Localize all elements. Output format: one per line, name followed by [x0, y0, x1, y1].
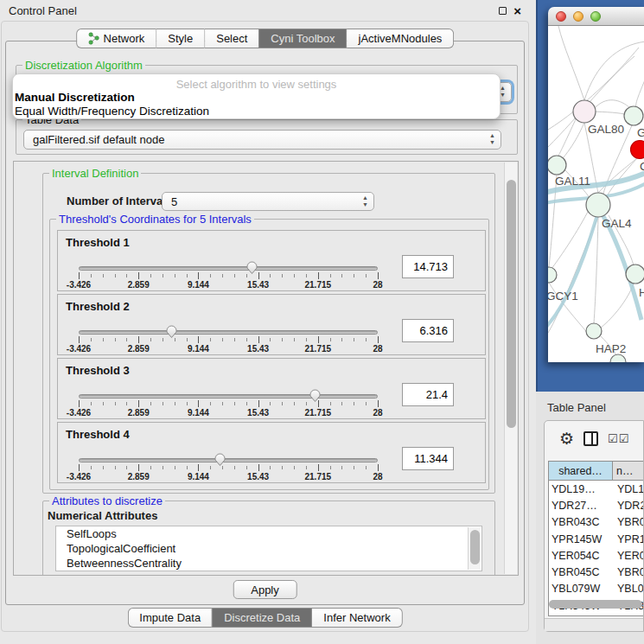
algorithm-option-equal-width[interactable]: Equal Width/Frequency Discretization	[15, 105, 209, 118]
interval-definition-group: Interval Definition Number of Intervals …	[42, 173, 495, 494]
threshold-value[interactable]: 21.4	[402, 383, 454, 406]
table-cell: YBR045C	[549, 566, 613, 578]
tick-mark	[378, 400, 379, 407]
attribute-item[interactable]: TopologicalCoefficient	[56, 541, 481, 556]
slider-track[interactable]	[79, 458, 378, 462]
node-label: C	[640, 160, 644, 173]
stepper-arrows-icon: ▲▼	[500, 85, 506, 99]
tick-mark	[138, 400, 139, 407]
node-ga	[624, 106, 643, 125]
node-gal4	[586, 193, 610, 217]
tab-discretize-data[interactable]: Discretize Data	[212, 608, 312, 628]
gear-icon[interactable]: ⚙	[559, 430, 574, 447]
slider-ticks	[79, 465, 378, 470]
checkbox-icons[interactable]: ☑☑	[608, 433, 629, 444]
close-traffic-light-icon[interactable]	[556, 11, 566, 22]
threshold-panel: Threshold 3 -3.4262.8599.14415.4321.7152…	[57, 358, 486, 419]
threshold-slider[interactable]: -3.4262.8599.14415.4321.71528	[79, 452, 378, 481]
tick-mark	[79, 400, 80, 407]
table-row[interactable]: YPR145WYPR1	[549, 531, 643, 547]
minimize-traffic-light-icon[interactable]	[573, 11, 583, 22]
node-label: GAL4	[602, 217, 632, 230]
column-header-name[interactable]: n…	[613, 462, 643, 480]
network-nodes[interactable]	[548, 100, 644, 362]
node-label: GA	[637, 126, 644, 139]
network-icon	[88, 32, 99, 45]
table-horizontal-scrollbar[interactable]	[549, 600, 642, 609]
node-red	[631, 141, 644, 159]
threshold-value[interactable]: 11.344	[402, 447, 454, 470]
settings-scrollbar[interactable]	[504, 163, 517, 574]
attribute-item[interactable]: BetweennessCentrality	[56, 556, 481, 571]
tick-label: 21.715	[305, 472, 332, 481]
table-row[interactable]: YDR27…YDR2	[549, 497, 643, 513]
number-of-intervals-combobox[interactable]: 5 ▲▼	[162, 192, 374, 211]
table-cell: YBR043C	[549, 516, 613, 528]
table-row[interactable]: YDL19…YDL1	[549, 481, 643, 497]
tick-label: 15.43	[247, 280, 269, 290]
numerical-attributes-label: Numerical Attributes	[48, 509, 157, 522]
table-cell: YPR1	[613, 533, 643, 545]
table-row[interactable]: YBR043CYBR0	[549, 514, 643, 531]
table-row[interactable]: YBL079WYBL0	[549, 581, 643, 597]
node-label: GCY1	[548, 290, 578, 303]
threshold-slider[interactable]: -3.4262.8599.14415.4321.71528	[79, 260, 378, 290]
float-window-icon[interactable]	[499, 7, 507, 15]
algorithm-placeholder: Select algorithm to view settings	[13, 78, 500, 91]
network-view-region: GAL80 GA C GAL11 GAL4 GCY1 H HAP2	[536, 0, 644, 392]
table-row[interactable]: YIL052CYIL0	[549, 614, 643, 616]
algorithm-option-manual[interactable]: Manual Discretization	[15, 91, 135, 104]
table-cell: YBR0	[613, 566, 643, 578]
column-header-shared-name[interactable]: shared…	[549, 462, 613, 480]
algorithm-dropdown-popup: Select algorithm to view settings Manual…	[12, 73, 501, 119]
numerical-attributes-list[interactable]: SelfLoopsTopologicalCoefficientBetweenne…	[55, 526, 482, 571]
attributes-scrollbar[interactable]	[468, 527, 481, 570]
threshold-slider[interactable]: -3.4262.8599.14415.4321.71528	[79, 388, 378, 418]
threshold-value[interactable]: 6.316	[402, 319, 454, 342]
tab-select[interactable]: Select	[204, 29, 258, 48]
tab-jactivemnodules[interactable]: jActiveMNodules	[348, 29, 455, 48]
network-canvas[interactable]: GAL80 GA C GAL11 GAL4 GCY1 H HAP2	[548, 26, 644, 362]
tab-network[interactable]: Network	[76, 29, 156, 48]
tab-network-label: Network	[104, 32, 145, 45]
tick-mark	[318, 400, 319, 407]
threshold-panel: Threshold 2 -3.4262.8599.14415.4321.7152…	[57, 294, 486, 355]
table-cell: YPR145W	[549, 533, 613, 545]
attribute-item[interactable]: SelfLoops	[56, 526, 481, 541]
table-data-combobox[interactable]: galFiltered.sif default node ▲▼	[23, 130, 501, 150]
tab-impute-data[interactable]: Impute Data	[127, 608, 212, 628]
tab-style[interactable]: Style	[156, 29, 204, 48]
column-layout-icon[interactable]	[583, 431, 598, 446]
tick-mark	[79, 272, 80, 279]
tab-cyni-toolbox[interactable]: Cyni Toolbox	[258, 29, 347, 48]
control-panel: Control Panel × Network Style Select Cyn…	[0, 0, 530, 644]
control-panel-titlebar: Control Panel ×	[0, 0, 530, 21]
thresholds-group-title: Threshold's Coordinates for 5 Intervals	[56, 213, 254, 226]
tick-mark	[378, 272, 379, 279]
settings-scrollbar-thumb[interactable]	[507, 180, 516, 428]
control-panel-title: Control Panel	[9, 4, 77, 17]
tab-infer-network[interactable]: Infer Network	[312, 608, 402, 628]
node-label: GAL80	[588, 123, 624, 136]
slider-track[interactable]	[79, 394, 378, 399]
tick-mark	[258, 464, 259, 471]
threshold-value[interactable]: 14.713	[402, 255, 454, 278]
tick-label: 28	[373, 472, 382, 481]
tick-label: -3.426	[67, 408, 91, 418]
apply-button[interactable]: Apply	[233, 580, 297, 599]
table-toolbar: ⚙ ☑☑	[545, 421, 643, 456]
slider-track[interactable]	[79, 330, 378, 335]
slider-track[interactable]	[79, 266, 378, 271]
thresholds-group: Threshold's Coordinates for 5 Intervals …	[49, 219, 489, 490]
network-window-titlebar[interactable]	[548, 7, 644, 26]
threshold-slider[interactable]: -3.4262.8599.14415.4321.71528	[79, 324, 378, 354]
table-row[interactable]: YBR045CYBR0	[549, 564, 643, 580]
tick-mark	[318, 464, 319, 471]
threshold-label: Threshold 3	[66, 364, 130, 377]
tick-mark	[198, 336, 199, 343]
tick-mark	[79, 336, 80, 343]
close-icon[interactable]: ×	[513, 4, 521, 17]
table-row[interactable]: YER054CYER0	[549, 547, 643, 564]
zoom-traffic-light-icon[interactable]	[590, 11, 601, 22]
table-cell: YDL19…	[549, 483, 613, 495]
